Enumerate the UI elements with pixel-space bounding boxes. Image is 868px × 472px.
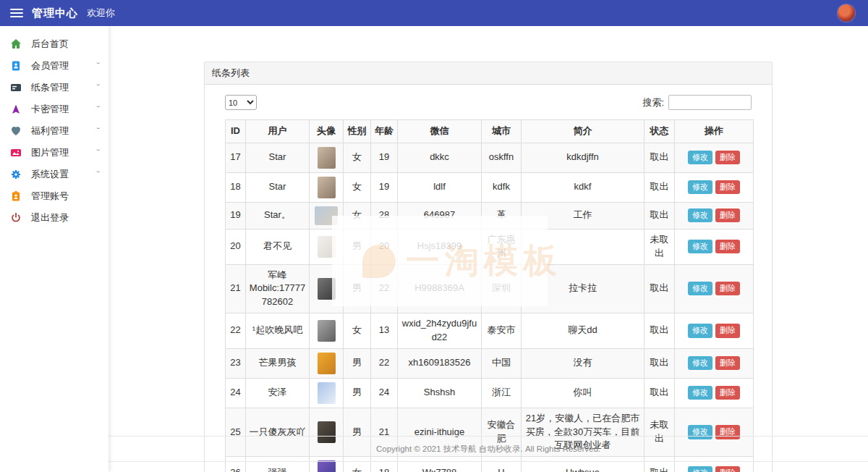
cell-city: 广东惠州 (482, 229, 522, 264)
cell-wechat: H9988369A (398, 264, 482, 313)
cell-avatar (310, 313, 344, 349)
delete-button[interactable]: 删除 (715, 466, 740, 472)
delete-button[interactable]: 删除 (715, 151, 740, 164)
user-avatar[interactable] (838, 4, 855, 22)
sidebar-item-admin-account[interactable]: 管理账号 (0, 185, 109, 207)
page-length-select[interactable]: 10 (225, 95, 257, 110)
cell-status: 取出 (644, 378, 675, 408)
cell-id: 20 (226, 229, 246, 264)
cell-city: 泰安市 (482, 313, 522, 349)
col-header-id[interactable]: ID (226, 120, 246, 143)
delete-button[interactable]: 删除 (715, 208, 740, 222)
cell-wechat: ldlf (398, 172, 482, 202)
col-header-intro[interactable]: 简介 (522, 120, 644, 143)
cell-actions: 修改删除 (675, 348, 754, 378)
row-avatar (318, 320, 336, 342)
cell-actions: 修改删除 (675, 172, 754, 202)
edit-button[interactable]: 修改 (688, 324, 712, 337)
sidebar-item-label: 卡密管理 (31, 103, 69, 116)
sidebar-item-label: 纸条管理 (31, 81, 69, 94)
table-row: 23 芒果男孩 男 22 xh1609183526 中国 没有 取出 修改删除 (226, 348, 754, 378)
cell-status: 取出 (644, 348, 675, 378)
edit-button[interactable]: 修改 (688, 151, 712, 164)
delete-button[interactable]: 删除 (715, 282, 740, 295)
search-input[interactable] (668, 95, 752, 110)
edit-button[interactable]: 修改 (688, 282, 712, 295)
cell-status: 未取出 (644, 229, 675, 264)
cell-age: 19 (371, 143, 398, 172)
delete-button[interactable]: 删除 (715, 324, 740, 337)
cell-gender: 女 (344, 143, 371, 172)
edit-button[interactable]: 修改 (688, 466, 712, 472)
table-row: 18 Star 女 19 ldlf kdfk kdkf 取出 修改删除 (226, 172, 754, 202)
cell-actions: 修改删除 (675, 378, 754, 408)
cell-age: 28 (371, 202, 398, 229)
sidebar-item-label: 福利管理 (31, 125, 69, 138)
edit-button[interactable]: 修改 (688, 180, 712, 194)
delete-button[interactable]: 删除 (715, 240, 740, 253)
cell-actions: 修改删除 (675, 143, 754, 172)
cell-wechat: xh1609183526 (398, 348, 482, 378)
cell-user: 芒果男孩 (246, 348, 310, 378)
cell-status: 取出 (644, 172, 675, 202)
cell-intro: 聊天dd (522, 313, 644, 349)
table-row: 17 Star 女 19 dkkc oskffn kdkdjffn 取出 修改删… (226, 143, 754, 172)
power-icon (10, 212, 22, 224)
main-content: 纸条列表 10 搜索: ID 用户 (109, 26, 868, 472)
table-row: 22 ¹起吹晚风吧 女 13 wxid_2h4zydu9jfud22 泰安市 聊… (226, 313, 754, 349)
copyright-text: Copyright © 2021 技术导航 自动秒收录. All Rights … (109, 437, 868, 461)
sidebar-item-label: 系统设置 (31, 168, 69, 181)
chevron-down-icon: ˇ (97, 83, 101, 92)
member-icon (10, 60, 22, 72)
row-avatar (315, 206, 338, 225)
cell-avatar (310, 202, 344, 229)
row-avatar (318, 382, 336, 404)
edit-button[interactable]: 修改 (688, 240, 712, 253)
chevron-down-icon: ˇ (97, 170, 101, 179)
cell-city: 中国 (482, 348, 522, 378)
edit-button[interactable]: 修改 (688, 356, 712, 370)
cell-intro: 拉卡拉 (522, 264, 644, 313)
cell-user: Star (246, 143, 310, 172)
sidebar-item-images[interactable]: 图片管理 ˇ (0, 142, 109, 164)
sidebar-item-logout[interactable]: 退出登录 (0, 207, 109, 229)
col-header-gender[interactable]: 性别 (344, 120, 371, 143)
cell-user: ¹起吹晚风吧 (246, 313, 310, 349)
cell-wechat: Hsjs18399 (398, 229, 482, 264)
col-header-wechat[interactable]: 微信 (398, 120, 482, 143)
col-header-actions[interactable]: 操作 (675, 120, 754, 143)
sidebar-item-welfare[interactable]: 福利管理 ˇ (0, 120, 109, 142)
cell-user: 军峰Mobilc:17777782602 (246, 264, 310, 313)
sidebar-item-home[interactable]: 后台首页 (0, 33, 109, 55)
edit-button[interactable]: 修改 (688, 386, 712, 400)
edit-button[interactable]: 修改 (688, 208, 712, 222)
row-avatar (318, 177, 336, 198)
hamburger-menu-icon[interactable] (10, 9, 23, 17)
sidebar-item-cards[interactable]: 卡密管理 ˇ (0, 98, 109, 120)
cell-wechat: Shshsh (398, 378, 482, 408)
cell-city: 深圳 (482, 264, 522, 313)
col-header-age[interactable]: 年龄 (371, 120, 398, 143)
cell-status: 取出 (644, 202, 675, 229)
gear-icon (10, 169, 22, 180)
col-header-city[interactable]: 城市 (482, 120, 522, 143)
col-header-avatar[interactable]: 头像 (310, 120, 344, 143)
delete-button[interactable]: 删除 (715, 180, 740, 194)
sidebar-item-notes[interactable]: 纸条管理 ˇ (0, 77, 109, 98)
row-avatar (318, 353, 336, 374)
cell-age: 19 (371, 172, 398, 202)
cell-actions: 修改删除 (675, 202, 754, 229)
delete-button[interactable]: 删除 (715, 386, 740, 400)
cell-city: 浙江 (482, 378, 522, 408)
cell-id: 23 (226, 348, 246, 378)
col-header-status[interactable]: 状态 (644, 120, 675, 143)
delete-button[interactable]: 删除 (715, 356, 740, 370)
sidebar-item-members[interactable]: 会员管理 ˇ (0, 55, 109, 77)
card-icon (10, 104, 22, 115)
cell-id: 18 (226, 172, 246, 202)
cell-user: 君不见 (246, 229, 310, 264)
col-header-user[interactable]: 用户 (246, 120, 310, 143)
sidebar-item-settings[interactable]: 系统设置 ˇ (0, 164, 109, 185)
cell-id: 24 (226, 378, 246, 408)
cell-wechat: wxid_2h4zydu9jfud22 (398, 313, 482, 349)
